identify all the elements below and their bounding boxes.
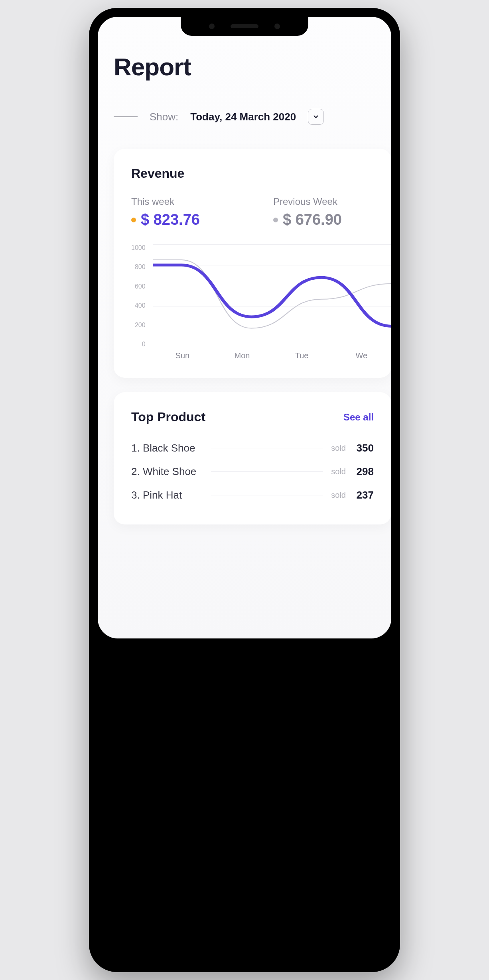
- product-list: 1. Black Shoe sold 350 2. White Shoe sol…: [131, 436, 374, 507]
- y-axis: 10008006004002000: [131, 244, 146, 348]
- phone-frame: Report Show: Today, 24 March 2020 Revenu…: [89, 8, 400, 972]
- legend-dot-this-week: [131, 218, 136, 222]
- stat-label-prev-week: Previous Week: [273, 196, 391, 207]
- product-row[interactable]: 3. Pink Hat sold 237: [131, 483, 374, 507]
- sold-value: 237: [354, 489, 374, 501]
- revenue-stats: This week $ 823.76 Previous Week $ 676.9…: [131, 196, 391, 228]
- top-product-title: Top Product: [131, 410, 205, 424]
- x-tick: We: [331, 351, 391, 360]
- stat-label-this-week: This week: [131, 196, 249, 207]
- product-name: 3. Pink Hat: [131, 489, 203, 501]
- product-name: 2. White Shoe: [131, 465, 203, 478]
- product-row[interactable]: 2. White Shoe sold 298: [131, 460, 374, 483]
- date-filter: Show: Today, 24 March 2020: [114, 109, 375, 125]
- sold-label: sold: [331, 444, 346, 453]
- camera-icon: [209, 24, 215, 29]
- y-tick: 400: [131, 302, 146, 309]
- see-all-link[interactable]: See all: [343, 412, 374, 423]
- sensor-icon: [274, 24, 280, 29]
- top-product-card: Top Product See all 1. Black Shoe sold 3…: [114, 392, 391, 524]
- sold-label: sold: [331, 491, 346, 500]
- product-row[interactable]: 1. Black Shoe sold 350: [131, 436, 374, 460]
- legend-dot-prev-week: [273, 218, 278, 222]
- y-tick: 800: [131, 263, 146, 271]
- y-tick: 200: [131, 322, 146, 329]
- stat-value-this-week: $ 823.76: [141, 211, 200, 228]
- x-tick: Sun: [153, 351, 213, 360]
- y-tick: 0: [131, 341, 146, 348]
- product-name: 1. Black Shoe: [131, 442, 203, 454]
- filter-value: Today, 24 March 2020: [190, 111, 296, 123]
- phone-screen: Report Show: Today, 24 March 2020 Revenu…: [98, 17, 391, 638]
- page-title: Report: [114, 53, 375, 81]
- y-tick: 600: [131, 283, 146, 290]
- speaker-icon: [231, 24, 258, 28]
- device-notch: [181, 17, 308, 36]
- y-tick: 1000: [131, 244, 146, 251]
- line-prev-week: [153, 260, 391, 328]
- sold-label: sold: [331, 467, 346, 476]
- chart-svg: [153, 244, 391, 348]
- decorative-line: [114, 116, 138, 117]
- sold-value: 298: [354, 465, 374, 478]
- filter-label: Show:: [150, 111, 178, 123]
- stat-value-prev-week: $ 676.90: [283, 211, 342, 228]
- chevron-down-icon: [312, 113, 319, 120]
- x-axis: SunMonTueWe: [153, 351, 391, 360]
- x-tick: Tue: [272, 351, 332, 360]
- revenue-card: Revenue This week $ 823.76 Previous Week: [114, 149, 391, 378]
- x-tick: Mon: [212, 351, 272, 360]
- sold-value: 350: [354, 442, 374, 454]
- revenue-title: Revenue: [131, 166, 391, 181]
- divider-line: [211, 495, 323, 495]
- date-dropdown-button[interactable]: [308, 109, 324, 125]
- stat-this-week: This week $ 823.76: [131, 196, 249, 228]
- divider-line: [211, 471, 323, 472]
- plot-area: SunMonTueWe: [153, 244, 391, 360]
- divider-line: [211, 448, 323, 448]
- revenue-chart: 10008006004002000 SunMonTueWe: [131, 244, 391, 360]
- line-this-week: [153, 265, 391, 326]
- page-content: Report Show: Today, 24 March 2020 Revenu…: [98, 17, 391, 524]
- stat-prev-week: Previous Week $ 676.90: [273, 196, 391, 228]
